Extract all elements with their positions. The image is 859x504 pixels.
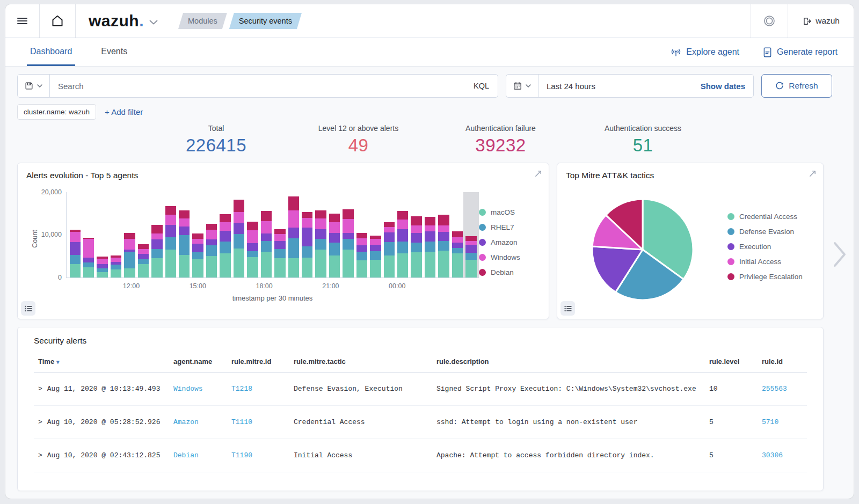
bar-column[interactable] bbox=[179, 192, 190, 277]
bar-column[interactable] bbox=[83, 192, 94, 277]
bar-segment-debian[interactable] bbox=[261, 211, 272, 221]
bar-segment-amazon[interactable] bbox=[452, 243, 463, 248]
bar-segment-amazon[interactable] bbox=[411, 233, 421, 242]
bar-segment-rhel7[interactable] bbox=[425, 242, 435, 252]
menu-icon[interactable] bbox=[5, 4, 39, 38]
bar-segment-amazon[interactable] bbox=[192, 244, 203, 252]
chevron-down-icon[interactable] bbox=[149, 20, 158, 25]
bar-column[interactable] bbox=[465, 192, 476, 277]
bar-segment-debian[interactable] bbox=[274, 229, 285, 234]
bar-segment-debian[interactable] bbox=[151, 225, 162, 233]
bar-segment-amazon[interactable] bbox=[370, 245, 381, 251]
bar-segment-amazon[interactable] bbox=[438, 232, 449, 241]
bar-segment-macos[interactable] bbox=[452, 253, 463, 277]
bar-segment-rhel7[interactable] bbox=[70, 255, 81, 264]
rule-id-link[interactable]: 30306 bbox=[762, 451, 783, 459]
bar-segment-amazon[interactable] bbox=[247, 243, 258, 251]
next-panel-chevron-icon[interactable] bbox=[832, 240, 847, 268]
time-range-value[interactable]: Last 24 hours bbox=[538, 82, 693, 91]
bar-segment-macos[interactable] bbox=[83, 267, 94, 277]
bar-column[interactable] bbox=[234, 192, 244, 277]
bar-segment-debian[interactable] bbox=[97, 257, 107, 259]
rule-id-link[interactable]: 255563 bbox=[762, 385, 787, 393]
bar-column[interactable] bbox=[220, 192, 230, 277]
bar-segment-debian[interactable] bbox=[411, 216, 421, 225]
bar-column[interactable] bbox=[397, 192, 408, 277]
bar-segment-debian[interactable] bbox=[124, 233, 135, 239]
bar-segment-amazon[interactable] bbox=[329, 233, 340, 242]
bar-segment-rhel7[interactable] bbox=[438, 241, 449, 250]
legend-item[interactable]: RHEL7 bbox=[479, 223, 544, 231]
legend-item[interactable]: Windows bbox=[479, 253, 544, 261]
bar-segment-rhel7[interactable] bbox=[151, 249, 162, 258]
legend-item[interactable]: Initial Access bbox=[727, 258, 823, 266]
bar-segment-debian[interactable] bbox=[234, 200, 244, 212]
generate-report-button[interactable]: Generate report bbox=[763, 47, 838, 57]
bar-segment-macos[interactable] bbox=[165, 250, 176, 277]
explore-agent-button[interactable]: Explore agent bbox=[671, 47, 739, 57]
kql-toggle[interactable]: KQL bbox=[465, 82, 498, 90]
bar-segment-windows[interactable] bbox=[138, 249, 149, 254]
bar-column[interactable] bbox=[315, 192, 326, 277]
bar-segment-rhel7[interactable] bbox=[384, 242, 395, 255]
bar-segment-amazon[interactable] bbox=[288, 228, 299, 238]
saved-query-button[interactable] bbox=[18, 75, 50, 97]
breadcrumb-security-events[interactable]: Security events bbox=[229, 13, 302, 29]
health-ring-icon[interactable] bbox=[751, 4, 788, 38]
bar-segment-amazon[interactable] bbox=[220, 231, 230, 242]
bar-segment-macos[interactable] bbox=[356, 260, 367, 277]
bar-segment-rhel7[interactable] bbox=[370, 251, 381, 260]
bar-segment-amazon[interactable] bbox=[261, 233, 272, 241]
bar-segment-windows[interactable] bbox=[438, 225, 449, 232]
bar-segment-rhel7[interactable] bbox=[452, 248, 463, 253]
search-input[interactable] bbox=[50, 82, 465, 91]
bar-segment-debian[interactable] bbox=[111, 255, 121, 258]
bar-column[interactable] bbox=[206, 192, 217, 277]
bar-segment-amazon[interactable] bbox=[151, 239, 162, 249]
legend-item[interactable]: Debian bbox=[479, 268, 544, 276]
bar-segment-macos[interactable] bbox=[261, 252, 272, 277]
bar-segment-rhel7[interactable] bbox=[179, 235, 190, 255]
bar-segment-windows[interactable] bbox=[179, 218, 190, 226]
bar-segment-windows[interactable] bbox=[274, 234, 285, 241]
bar-segment-windows[interactable] bbox=[97, 259, 107, 264]
bar-segment-debian[interactable] bbox=[83, 238, 94, 239]
bar-segment-amazon[interactable] bbox=[179, 227, 190, 236]
bar-segment-macos[interactable] bbox=[302, 258, 312, 277]
bar-segment-rhel7[interactable] bbox=[124, 252, 135, 268]
expand-icon[interactable] bbox=[534, 170, 542, 178]
bar-segment-amazon[interactable] bbox=[343, 233, 353, 239]
bar-segment-windows[interactable] bbox=[315, 218, 326, 229]
bar-segment-macos[interactable] bbox=[151, 258, 162, 277]
agent-name-link[interactable]: Amazon bbox=[173, 418, 199, 426]
bar-segment-windows[interactable] bbox=[343, 219, 353, 232]
legend-toggle-icon[interactable] bbox=[21, 301, 35, 316]
filter-chip-cluster-name[interactable]: cluster.name: wazuh bbox=[17, 104, 96, 120]
bar-column[interactable] bbox=[261, 192, 272, 277]
bar-segment-macos[interactable] bbox=[111, 269, 121, 277]
bar-segment-debian[interactable] bbox=[70, 230, 81, 232]
bar-segment-rhel7[interactable] bbox=[206, 245, 217, 256]
bar-segment-debian[interactable] bbox=[192, 233, 203, 239]
bar-segment-amazon[interactable] bbox=[206, 239, 217, 245]
show-dates-button[interactable]: Show dates bbox=[693, 82, 753, 91]
legend-toggle-icon[interactable] bbox=[560, 301, 575, 316]
bar-column[interactable] bbox=[247, 192, 258, 277]
bar-segment-windows[interactable] bbox=[111, 258, 121, 262]
bar-segment-rhel7[interactable] bbox=[343, 239, 353, 250]
bar-segment-debian[interactable] bbox=[288, 196, 299, 210]
bar-column[interactable] bbox=[288, 192, 299, 277]
bar-segment-debian[interactable] bbox=[206, 224, 217, 230]
bar-segment-debian[interactable] bbox=[315, 210, 326, 218]
bar-segment-rhel7[interactable] bbox=[111, 265, 121, 269]
bar-segment-amazon[interactable] bbox=[397, 229, 408, 242]
bar-segment-rhel7[interactable] bbox=[397, 242, 408, 253]
bar-segment-debian[interactable] bbox=[425, 217, 435, 225]
bar-segment-debian[interactable] bbox=[465, 236, 476, 241]
bar-segment-debian[interactable] bbox=[343, 209, 353, 219]
bar-segment-debian[interactable] bbox=[397, 211, 408, 220]
bar-segment-macos[interactable] bbox=[370, 260, 381, 277]
wazuh-logo[interactable]: wazuh. bbox=[76, 12, 163, 30]
home-icon[interactable] bbox=[40, 4, 75, 38]
bar-segment-windows[interactable] bbox=[83, 239, 94, 258]
